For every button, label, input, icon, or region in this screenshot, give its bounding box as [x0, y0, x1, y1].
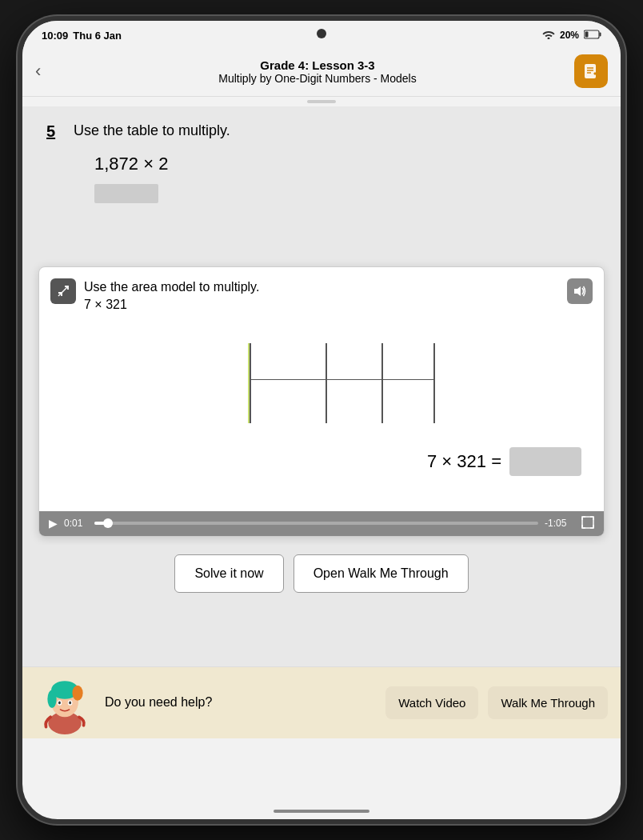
- status-icons: 20%: [542, 30, 601, 42]
- help-text: Do you need help?: [105, 695, 376, 710]
- watch-video-button[interactable]: Watch Video: [385, 686, 478, 719]
- progress-thumb: [103, 518, 113, 528]
- question-row: 5 Use the table to multiply.: [46, 122, 597, 141]
- lesson-title: Grade 4: Lesson 3-3: [61, 58, 574, 72]
- svg-rect-1: [600, 32, 601, 36]
- svg-rect-3: [585, 64, 596, 78]
- play-button[interactable]: ▶: [49, 517, 58, 530]
- walk-me-through-button[interactable]: Walk Me Through: [488, 686, 608, 719]
- status-time: 10:09: [42, 30, 68, 42]
- svg-point-16: [58, 702, 61, 705]
- video-controls: ▶ 0:01 -1:05: [39, 511, 604, 536]
- content-spacer: [22, 602, 621, 666]
- svg-rect-8: [582, 517, 593, 528]
- fullscreen-button[interactable]: [581, 516, 594, 531]
- progress-bar[interactable]: [94, 522, 538, 525]
- header: ‹ Grade 4: Lesson 3-3 Multiply by One-Di…: [22, 50, 621, 97]
- time-current: 0:01: [64, 518, 88, 529]
- video-title-line1: Use the area model to multiply.: [84, 278, 567, 296]
- status-bar: 10:09 Thu 6 Jan 20%: [22, 21, 621, 50]
- help-bar: Do you need help? Watch Video Walk Me Th…: [22, 666, 621, 738]
- math-expression: 1,872 × 2: [94, 154, 597, 174]
- battery-icon: [584, 30, 601, 42]
- action-buttons: Solve it now Open Walk Me Through: [22, 545, 621, 602]
- lesson-subtitle: Multiply by One-Digit Numbers - Models: [61, 72, 574, 85]
- home-indicator: [274, 810, 369, 813]
- video-modal-wrap: Use the area model to multiply. 7 × 321: [22, 266, 621, 545]
- area-model: [210, 335, 433, 431]
- svg-point-13: [72, 686, 82, 701]
- svg-point-12: [47, 690, 56, 709]
- video-modal: Use the area model to multiply. 7 × 321: [38, 266, 605, 537]
- answer-box: [509, 447, 581, 476]
- svg-point-17: [69, 702, 71, 705]
- question-number: 5: [46, 122, 66, 141]
- video-title: Use the area model to multiply. 7 × 321: [84, 278, 567, 314]
- sound-button[interactable]: [567, 278, 593, 304]
- status-date: Thu 6 Jan: [73, 30, 122, 42]
- video-header: Use the area model to multiply. 7 × 321: [39, 267, 604, 319]
- solve-now-button[interactable]: Solve it now: [174, 554, 283, 593]
- video-content: 7 × 321 =: [39, 319, 604, 511]
- equation-text: 7 × 321 =: [427, 451, 501, 472]
- header-title: Grade 4: Lesson 3-3 Multiply by One-Digi…: [61, 58, 574, 85]
- back-button[interactable]: ‹: [35, 61, 61, 82]
- svg-rect-2: [585, 31, 589, 37]
- time-remaining: -1:05: [545, 518, 575, 529]
- video-title-line2: 7 × 321: [84, 296, 567, 314]
- equation-row: 7 × 321 =: [50, 447, 593, 476]
- wifi-icon: [542, 30, 555, 42]
- notes-button[interactable]: [574, 54, 608, 88]
- question-text: Use the table to multiply.: [74, 122, 230, 139]
- helper-avatar: [35, 670, 95, 734]
- main-content: 5 Use the table to multiply. 1,872 × 2: [22, 106, 621, 266]
- collapse-button[interactable]: [50, 278, 76, 304]
- svg-line-7: [58, 286, 68, 296]
- open-walk-me-through-button[interactable]: Open Walk Me Through: [294, 554, 469, 593]
- battery-text: 20%: [560, 30, 579, 41]
